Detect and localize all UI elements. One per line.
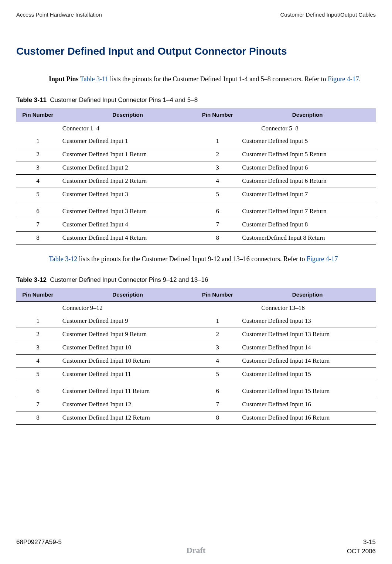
pin-description: Customer Defined Input 16: [239, 398, 376, 411]
table-row: 2Customer Defined Input 1 Return2Custome…: [16, 148, 376, 161]
pin-number: 6: [16, 381, 59, 398]
table-caption: Table 3-12 Customer Defined Input Connec…: [16, 276, 376, 284]
table-body: Connector 9–12 Connector 13–16 1Customer…: [16, 302, 376, 424]
col-header: Description: [59, 108, 196, 122]
col-header: Pin Number: [196, 288, 239, 302]
pin-description: Customer Defined Input 9: [59, 315, 196, 328]
table-link[interactable]: Table 3-11: [80, 75, 109, 83]
col-header: Pin Number: [196, 108, 239, 122]
pin-description: Customer Defined Input 15: [239, 368, 376, 381]
draft-watermark: Draft: [187, 545, 205, 556]
table-link[interactable]: Table 3-12: [49, 255, 77, 263]
intro-paragraph-2: Table 3-12 lists the pinouts for the Cus…: [49, 254, 376, 263]
table-row: 4Customer Defined Input 2 Return4Custome…: [16, 175, 376, 188]
pin-number: 2: [196, 148, 239, 161]
table-row: 6Customer Defined Input 11 Return6Custom…: [16, 381, 376, 398]
pin-number: 6: [196, 201, 239, 218]
running-header-left: Access Point Hardware Installation: [16, 11, 102, 18]
text: lists the pinouts for the Customer Defin…: [108, 75, 328, 83]
pin-description: Customer Defined Input 13: [239, 315, 376, 328]
footer-date: OCT 2006: [347, 547, 376, 556]
pin-description: Customer Defined Input 6: [239, 161, 376, 175]
pin-number: 8: [196, 411, 239, 424]
pin-number: 5: [196, 188, 239, 201]
table-caption-label: Table 3-11: [16, 96, 47, 103]
table-caption-text: Customer Defined Input Connector Pins 1–…: [50, 96, 198, 103]
pin-description: Customer Defined Input 1: [59, 135, 196, 148]
table-row: 3Customer Defined Input 23Customer Defin…: [16, 161, 376, 175]
table-subheader-row: Connector 9–12 Connector 13–16: [16, 302, 376, 315]
pin-description: Customer Defined Input 11: [59, 368, 196, 381]
table-row: 6Customer Defined Input 3 Return6Custome…: [16, 201, 376, 218]
table-caption-text: Customer Defined Input Connector Pins 9–…: [50, 276, 208, 283]
pin-description: Customer Defined Input 2 Return: [59, 175, 196, 188]
pin-number: 7: [196, 398, 239, 411]
pin-description: Customer Defined Input 5 Return: [239, 148, 376, 161]
doc-number: 68P09277A59-5: [16, 538, 62, 547]
pin-description: Customer Defined Input 12 Return: [59, 411, 196, 424]
pin-number: 8: [16, 232, 59, 245]
running-header-right: Customer Defined Input/Output Cables: [280, 11, 376, 18]
pin-number: 4: [16, 175, 59, 188]
col-header: Description: [239, 288, 376, 302]
pin-number: 3: [16, 161, 59, 175]
pin-number: 3: [196, 161, 239, 175]
col-header: Pin Number: [16, 108, 59, 122]
table-row: 1Customer Defined Input 11Customer Defin…: [16, 135, 376, 148]
connector-label-right: Connector 13–16: [239, 302, 376, 315]
pin-description: Customer Defined Input 4: [59, 218, 196, 232]
pin-description: Customer Defined Input 3 Return: [59, 201, 196, 218]
connector-label-left: Connector 9–12: [59, 302, 196, 315]
text: .: [359, 75, 361, 83]
connector-label-left: Connector 1–4: [59, 122, 196, 135]
pin-number: 2: [16, 328, 59, 341]
pin-number: 8: [196, 232, 239, 245]
table-row: 7Customer Defined Input 127Customer Defi…: [16, 398, 376, 411]
table-row: 5Customer Defined Input 35Customer Defin…: [16, 188, 376, 201]
pin-number: 3: [196, 341, 239, 355]
table-row: 4Customer Defined Input 10 Return4Custom…: [16, 355, 376, 368]
intro-paragraph-1: Input Pins Table 3-11 lists the pinouts …: [49, 75, 376, 83]
table-row: 1Customer Defined Input 91Customer Defin…: [16, 315, 376, 328]
pin-number: 6: [196, 381, 239, 398]
text: lists the pinouts for the Customer Defin…: [77, 255, 307, 263]
pin-number: 4: [196, 175, 239, 188]
table-row: 2Customer Defined Input 9 Return2Custome…: [16, 328, 376, 341]
col-header: Description: [59, 288, 196, 302]
table-row: 8Customer Defined Input 4 Return8Custome…: [16, 232, 376, 245]
pin-number: 6: [16, 201, 59, 218]
figure-link[interactable]: Figure 4-17: [328, 75, 359, 83]
table-row: 5Customer Defined Input 115Customer Defi…: [16, 368, 376, 381]
pin-description: Customer Defined Input 12: [59, 398, 196, 411]
pin-description: Customer Defined Input 7 Return: [239, 201, 376, 218]
table-row: 7Customer Defined Input 47Customer Defin…: [16, 218, 376, 232]
figure-link[interactable]: Figure 4-17: [307, 255, 338, 263]
pin-description: Customer Defined Input 3: [59, 188, 196, 201]
table-row: 3Customer Defined Input 103Customer Defi…: [16, 341, 376, 355]
pin-number: 5: [196, 368, 239, 381]
pin-number: 7: [16, 218, 59, 232]
running-header: Access Point Hardware Installation Custo…: [16, 11, 376, 18]
section-title: Customer Defined Input and Output Connec…: [16, 44, 376, 58]
pin-description: Customer Defined Input 16 Return: [239, 411, 376, 424]
pin-number: 1: [196, 315, 239, 328]
pin-number: 8: [16, 411, 59, 424]
pin-number: 7: [196, 218, 239, 232]
pin-description: Customer Defined Input 2: [59, 161, 196, 175]
table-3-11: Pin Number Description Pin Number Descri…: [16, 108, 376, 245]
pin-description: Customer Defined Input 10 Return: [59, 355, 196, 368]
page-number: 3-15: [363, 538, 376, 547]
pin-number: 3: [16, 341, 59, 355]
pin-number: 4: [16, 355, 59, 368]
pin-number: 1: [16, 135, 59, 148]
table-3-12: Pin Number Description Pin Number Descri…: [16, 288, 376, 425]
table-subheader-row: Connector 1–4 Connector 5–8: [16, 122, 376, 135]
pin-description: Customer Defined Input 9 Return: [59, 328, 196, 341]
pin-number: 5: [16, 368, 59, 381]
pin-number: 4: [196, 355, 239, 368]
pin-description: Customer Defined Input 11 Return: [59, 381, 196, 398]
pin-description: Customer Defined Input 15 Return: [239, 381, 376, 398]
lead-bold: Input Pins: [49, 75, 79, 83]
pin-number: 1: [196, 135, 239, 148]
table-body: Connector 1–4 Connector 5–8 1Customer De…: [16, 122, 376, 245]
